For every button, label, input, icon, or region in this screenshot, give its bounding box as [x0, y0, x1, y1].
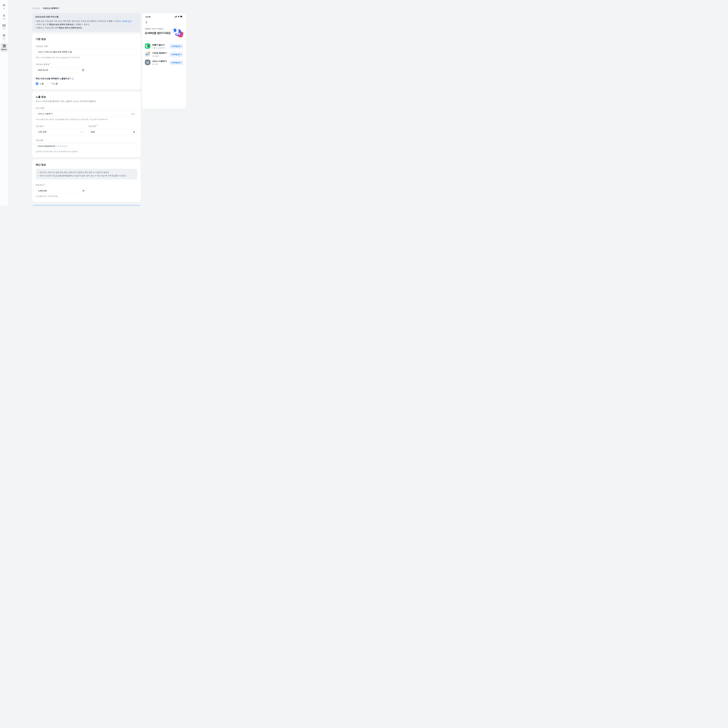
page-title: 프로모션 등록하기 — [43, 7, 59, 10]
budget-bullet: •포인트는 파트너사 설정 예산 한도 내에서만 지급되며, 예산 초과 시 지… — [38, 171, 135, 174]
currency-suffix: 원 — [83, 190, 84, 192]
promotion-name-helper: 유저가 어떤 행동을 하면 어떤 보상을 받는지 적어주세요. — [36, 57, 137, 59]
url-label: 이동 URL — [36, 139, 44, 142]
mission-name-input[interactable] — [38, 113, 130, 115]
label-text: 프로모션 이름 — [36, 45, 47, 47]
benefit-tab-question-row: 해당 프로모션을 혜택탭에 노출할까요? — [36, 77, 137, 80]
pay-method-select[interactable]: 고정 금액 — [36, 129, 85, 135]
exposure-radio-group: 노출 미노출 — [36, 82, 137, 85]
url-input[interactable] — [55, 145, 135, 147]
promotion-name-field: 프로모션 이름 유저가 어떤 행동을 하면 어떤 보상을 받는지 적어주세요. — [36, 45, 137, 59]
notice-bullet-bold: 책임은 파트너사에게 있어요. — [58, 27, 82, 29]
phone-preview: 12:45 — [142, 14, 186, 109]
notice-bullet-text: 랜덤 보상, 게임 결과 기반 보상, 재화 환전, 현금 보장, 과도한 보상… — [37, 20, 122, 22]
label-text: 지급 방식 — [36, 125, 44, 127]
list-item-title: 서비스 이용하기 — [152, 60, 167, 63]
mission-name-field: 미션 이름 8/12 서비스를 모르는 유저도 어떤 행동을 해야 보상을 받는… — [36, 107, 137, 121]
bullet-dot: • — [35, 20, 36, 22]
phone-subtitle: 새로운 서비스 써보고 — [145, 28, 171, 30]
list-item-train: KTX 기차표 예매하기 코레일톡 1,000원 받기 — [145, 51, 183, 58]
pay-amount-input[interactable] — [90, 131, 132, 133]
basic-info-card: 기본 정보 프로모션 이름 유저가 어떤 행동을 하면 어떤 보상을 받는지 적… — [32, 34, 141, 89]
help-icon[interactable] — [72, 78, 74, 80]
list-item-texts: 기차표 예매하기 코레일톡 — [152, 52, 167, 57]
sidebar-item-ads[interactable]: AD 광고 — [1, 23, 8, 31]
label-text: 미션 이름 — [36, 107, 44, 110]
sidebar-item-home[interactable]: 홈 — [1, 2, 8, 11]
budget-bullet: •유저가 포인트 지급 조건을 충족했음에도 지급되지 않은 경우, 토스가 우… — [38, 174, 135, 177]
service-app-icon — [145, 60, 150, 66]
total-budget-label: 전체 예산 — [36, 184, 45, 187]
notice-bullet: •랜덤 보상, 게임 결과 기반 보상, 재화 환전, 현금 보장, 과도한 보… — [35, 20, 138, 23]
url-helper: 입력하지 않으면 해당 서비스의 홈 화면으로 이동해요. — [36, 150, 137, 153]
list-item-service: 서비스 이용하기 앱 이름 1,000원 받기 — [145, 60, 183, 66]
section-title-budget-info: 예산 정보 — [36, 163, 137, 167]
total-budget-input-wrap: 원 — [36, 188, 87, 194]
section-title-exposure-info: 노출 정보 — [36, 95, 137, 99]
breadcrumb-parent[interactable]: 프로모션 — [32, 7, 40, 10]
url-prefix: intoss://{appName} — [38, 145, 55, 147]
budget-info-card: 예산 정보 •포인트는 파트너사 설정 예산 한도 내에서만 지급되며, 예산 … — [32, 159, 141, 202]
section-title-basic-info: 기본 정보 — [36, 37, 137, 41]
reward-button[interactable]: 1,000원 받기 — [170, 44, 183, 49]
sidebar-item-label: 앱인토스 — [1, 49, 7, 50]
home-icon — [3, 3, 6, 7]
label-text: 지급 금액 — [88, 125, 96, 127]
back-icon[interactable] — [145, 21, 148, 24]
bike-app-icon — [145, 43, 150, 49]
promotion-end-date-label: 프로모션 종료일 — [36, 63, 50, 66]
list-item-bike: 따릉이 빌리기 서울시 공공자전거 1,000원 받기 — [145, 43, 183, 49]
chevron-down-icon — [81, 131, 83, 133]
pay-method-field: 지급 방식 고정 금액 — [36, 125, 85, 135]
sidebar-item-label: 쇼핑 — [3, 18, 6, 20]
shopping-bag-icon — [3, 14, 6, 17]
promotion-name-label: 프로모션 이름 — [36, 45, 48, 47]
sidebar-item-label: 홈 — [3, 8, 5, 9]
list-item-title: 따릉이 빌리기 — [152, 44, 166, 46]
required-dot — [50, 63, 50, 64]
sidebar-item-label: 페이 — [3, 38, 6, 40]
char-counter: 8/12 — [132, 113, 135, 115]
sidebar-item-shopping[interactable]: 쇼핑 — [1, 13, 8, 21]
sidebar-item-pay[interactable]: 페이 — [1, 33, 8, 41]
request-review-button[interactable]: 검토 요청하기 — [32, 205, 141, 206]
promotion-end-date-input-wrap — [36, 67, 87, 73]
url-input-wrap: intoss://{appName} — [36, 143, 137, 149]
see-more-link[interactable]: 자세히 보기 — [122, 20, 132, 22]
pay-method-value: 고정 금액 — [38, 131, 47, 133]
breadcrumb-separator: / — [41, 7, 42, 9]
notice-bullet-text: 리워드 광고 후 — [37, 23, 49, 26]
mission-name-helper: 서비스를 모르는 유저도 어떤 행동을 해야 보상을 받는지 한눈에 알 수 있… — [36, 118, 137, 121]
bullet-dot: • — [38, 171, 39, 173]
required-dot — [44, 107, 45, 108]
pay-amount-label: 지급 금액 — [88, 125, 97, 127]
mission-name-label: 미션 이름 — [36, 107, 45, 110]
wifi-icon — [177, 16, 179, 17]
sidebar-item-appintoss[interactable]: 앱인토스 — [1, 43, 8, 52]
total-budget-input[interactable] — [38, 190, 81, 192]
bizwallet-balance: 비즈월렛 잔액: 3,500,000원 — [36, 195, 137, 197]
url-field: 이동 URL intoss://{appName} 입력하지 않으면 해당 서비… — [36, 139, 137, 153]
promotion-name-input-wrap — [36, 49, 137, 55]
radio-hidden[interactable]: 미노출 — [48, 82, 58, 85]
benefit-tab-question: 해당 프로모션을 혜택탭에 노출할까요? — [36, 77, 70, 80]
label-text: 이동 URL — [36, 139, 44, 142]
exposure-info-card: 노출 정보 유저가 프로모션을 클릭해도 계속 노출되며, 순서는 무작위로 정… — [32, 92, 141, 157]
clear-date-icon[interactable] — [82, 69, 84, 71]
pay-amount-field: 지급 금액 원 — [88, 125, 137, 135]
bullet-dot: • — [38, 174, 39, 177]
promotion-end-date-input[interactable] — [38, 69, 82, 71]
radio-hidden-label: 미노출 — [52, 83, 58, 85]
radio-exposed-label: 노출 — [40, 83, 44, 85]
sidebar-item-label: 광고 — [3, 28, 6, 29]
promotion-name-input[interactable] — [38, 51, 135, 53]
status-icons — [174, 15, 183, 18]
exposure-info-description: 유저가 프로모션을 클릭해도 계속 노출되며, 순서는 무작위로 정렬돼요. — [36, 100, 137, 102]
phone-header-texts: 새로운 서비스 써보고 {3,000}원 받아가세요 — [145, 28, 171, 35]
reward-button[interactable]: 1,000원 받기 — [170, 52, 183, 57]
required-dot — [44, 184, 45, 185]
radio-exposed[interactable]: 노출 — [36, 82, 44, 85]
sidebar: 홈 쇼핑 AD 광고 페이 앱인토스 — [0, 0, 8, 206]
reward-button[interactable]: 1,000원 받기 — [170, 60, 183, 65]
list-item-subtitle: 앱 이름 — [152, 63, 167, 65]
